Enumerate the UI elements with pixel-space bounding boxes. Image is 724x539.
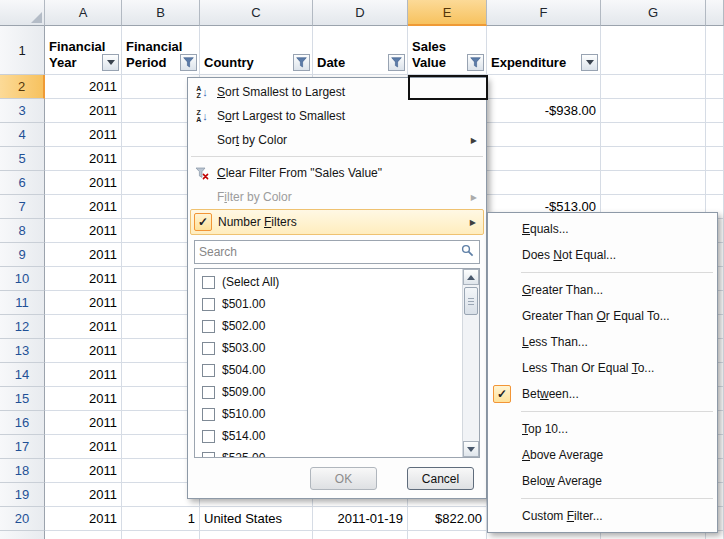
submenu-item-does-not-equal[interactable]: Does Not Equal... bbox=[488, 242, 717, 268]
cell-G2[interactable] bbox=[601, 75, 706, 99]
submenu-item-above-average[interactable]: Above Average bbox=[488, 442, 717, 468]
row-header-6[interactable]: 6 bbox=[0, 171, 45, 195]
header-cell-F1[interactable]: Expenditure bbox=[487, 26, 601, 75]
row-header-7[interactable]: 7 bbox=[0, 195, 45, 219]
cell-A3[interactable]: 2011 bbox=[45, 99, 122, 123]
column-header-D[interactable]: D bbox=[313, 0, 408, 26]
search-input[interactable] bbox=[199, 245, 461, 259]
submenu-item-less-than-or-equal-to[interactable]: Less Than Or Equal To... bbox=[488, 355, 717, 381]
row-header-1[interactable]: 1 bbox=[0, 26, 45, 75]
filter-value-row[interactable]: $503.00 bbox=[202, 337, 462, 359]
header-cell-A1[interactable]: FinancialYear bbox=[45, 26, 122, 75]
cell-A2[interactable]: 2011 bbox=[45, 75, 122, 99]
submenu-item-below-average[interactable]: Below Average bbox=[488, 468, 717, 494]
cell-A13[interactable]: 2011 bbox=[45, 339, 122, 363]
row-header-21[interactable] bbox=[0, 531, 45, 539]
filter-button-E[interactable] bbox=[467, 54, 484, 71]
row-header-20[interactable]: 20 bbox=[0, 507, 45, 531]
cell-A17[interactable]: 2011 bbox=[45, 435, 122, 459]
header-cell-C1[interactable]: Country bbox=[200, 26, 313, 75]
filter-value-row[interactable]: $525.00 bbox=[202, 447, 462, 457]
row-header-8[interactable]: 8 bbox=[0, 219, 45, 243]
filter-value-row[interactable]: $510.00 bbox=[202, 403, 462, 425]
submenu-item-between[interactable]: ✓Between... bbox=[488, 381, 717, 407]
row-header-5[interactable]: 5 bbox=[0, 147, 45, 171]
column-header-F[interactable]: F bbox=[487, 0, 601, 26]
row-header-4[interactable]: 4 bbox=[0, 123, 45, 147]
filter-button-D[interactable] bbox=[388, 54, 405, 71]
submenu-item-equals[interactable]: Equals... bbox=[488, 216, 717, 242]
checkbox-icon[interactable] bbox=[202, 364, 215, 377]
row-header-9[interactable]: 9 bbox=[0, 243, 45, 267]
checkbox-icon[interactable] bbox=[202, 276, 215, 289]
cell-A20[interactable]: 2011 bbox=[45, 507, 122, 531]
scroll-down-button[interactable] bbox=[463, 441, 479, 457]
ok-button[interactable]: OK bbox=[310, 467, 377, 490]
cell-A4[interactable]: 2011 bbox=[45, 123, 122, 147]
cell-F2[interactable] bbox=[487, 75, 601, 99]
checkbox-icon[interactable] bbox=[202, 408, 215, 421]
row-header-10[interactable]: 10 bbox=[0, 267, 45, 291]
submenu-item-custom-filter[interactable]: Custom Filter... bbox=[488, 503, 717, 529]
row-header-18[interactable]: 18 bbox=[0, 459, 45, 483]
row-header-13[interactable]: 13 bbox=[0, 339, 45, 363]
column-header-C[interactable]: C bbox=[200, 0, 313, 26]
select-all-corner[interactable] bbox=[0, 0, 45, 26]
cell-B20[interactable]: 1 bbox=[122, 507, 200, 531]
cell-G4[interactable] bbox=[601, 123, 706, 147]
row-header-17[interactable]: 17 bbox=[0, 435, 45, 459]
cell-A14[interactable]: 2011 bbox=[45, 363, 122, 387]
cell-A10[interactable]: 2011 bbox=[45, 267, 122, 291]
menu-item-sort-largest-to-smallest[interactable]: ZA↓Sort Largest to Smallest bbox=[190, 104, 484, 128]
filter-button-C[interactable] bbox=[293, 54, 310, 71]
submenu-item-greater-than-or-equal-to[interactable]: Greater Than Or Equal To... bbox=[488, 303, 717, 329]
cell-A8[interactable]: 2011 bbox=[45, 219, 122, 243]
submenu-item-greater-than[interactable]: Greater Than... bbox=[488, 277, 717, 303]
row-header-3[interactable]: 3 bbox=[0, 99, 45, 123]
cell-C20[interactable]: United States bbox=[200, 507, 313, 531]
cell-A9[interactable]: 2011 bbox=[45, 243, 122, 267]
row-header-19[interactable]: 19 bbox=[0, 483, 45, 507]
submenu-item-less-than[interactable]: Less Than... bbox=[488, 329, 717, 355]
column-header-E[interactable]: E bbox=[408, 0, 487, 26]
filter-value-row[interactable]: $509.00 bbox=[202, 381, 462, 403]
scrollbar-thumb[interactable] bbox=[464, 287, 478, 315]
cell-G5[interactable] bbox=[601, 147, 706, 171]
menu-item-filter-by-color[interactable]: Filter by Color▶ bbox=[190, 185, 484, 209]
cell-A7[interactable]: 2011 bbox=[45, 195, 122, 219]
row-header-15[interactable]: 15 bbox=[0, 387, 45, 411]
header-cell-D1[interactable]: Date bbox=[313, 26, 408, 75]
column-header-B[interactable]: B bbox=[122, 0, 200, 26]
filter-button-A[interactable] bbox=[102, 54, 119, 71]
cell-G6[interactable] bbox=[601, 171, 706, 195]
header-cell-E1[interactable]: SalesValue bbox=[408, 26, 487, 75]
list-scrollbar[interactable] bbox=[462, 269, 479, 457]
menu-item-sort-by-color[interactable]: Sort by Color▶ bbox=[190, 128, 484, 152]
cell-A12[interactable]: 2011 bbox=[45, 315, 122, 339]
cell-A18[interactable]: 2011 bbox=[45, 459, 122, 483]
header-cell-B1[interactable]: FinancialPeriod bbox=[122, 26, 200, 75]
cancel-button[interactable]: Cancel bbox=[407, 467, 474, 490]
row-header-14[interactable]: 14 bbox=[0, 363, 45, 387]
checkbox-icon[interactable] bbox=[202, 342, 215, 355]
cell-F6[interactable] bbox=[487, 171, 601, 195]
filter-value-row[interactable]: $514.00 bbox=[202, 425, 462, 447]
submenu-item-top-10[interactable]: Top 10... bbox=[488, 416, 717, 442]
cell-D20[interactable]: 2011-01-19 bbox=[313, 507, 408, 531]
row-header-11[interactable]: 11 bbox=[0, 291, 45, 315]
checkbox-icon[interactable] bbox=[202, 298, 215, 311]
filter-value-row[interactable]: $502.00 bbox=[202, 315, 462, 337]
checkbox-icon[interactable] bbox=[202, 452, 215, 458]
cell-F3[interactable]: -$938.00 bbox=[487, 99, 601, 123]
active-cell-E2[interactable] bbox=[408, 75, 488, 100]
cell-A16[interactable]: 2011 bbox=[45, 411, 122, 435]
cell-A5[interactable]: 2011 bbox=[45, 147, 122, 171]
cell-A11[interactable]: 2011 bbox=[45, 291, 122, 315]
filter-button-B[interactable] bbox=[180, 54, 197, 71]
column-header-G[interactable]: G bbox=[601, 0, 706, 26]
menu-item-clear-filter-from-sales-value[interactable]: Clear Filter From "Sales Value" bbox=[190, 161, 484, 185]
cell-E20[interactable]: $822.00 bbox=[408, 507, 487, 531]
column-header-A[interactable]: A bbox=[45, 0, 122, 26]
filter-value-row[interactable]: $504.00 bbox=[202, 359, 462, 381]
filter-value-row[interactable]: (Select All) bbox=[202, 271, 462, 293]
